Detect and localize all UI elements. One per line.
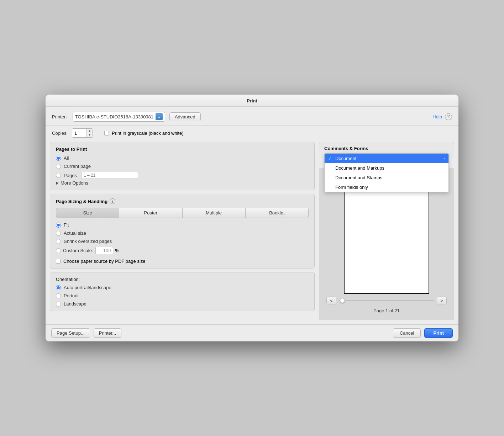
page-sizing-section: Page Sizing & Handling i Size Poster Mul… bbox=[50, 194, 315, 268]
custom-scale-unit: % bbox=[115, 248, 120, 253]
help-circle-icon[interactable]: ? bbox=[445, 113, 452, 120]
copies-stepper: ▲ ▼ bbox=[86, 129, 93, 137]
custom-scale-input[interactable] bbox=[95, 247, 113, 254]
radio-portrait-label: Portrait bbox=[64, 293, 79, 298]
custom-scale-label: Custom Scale: bbox=[63, 248, 93, 253]
pages-to-print-title: Pages to Print bbox=[56, 147, 309, 152]
more-options-triangle-icon bbox=[56, 181, 58, 185]
copies-label: Copies: bbox=[52, 131, 68, 136]
left-panel: Pages to Print All Current page Pages bbox=[50, 142, 315, 320]
next-page-button[interactable]: > bbox=[437, 297, 447, 304]
radio-actual-size-input[interactable] bbox=[56, 231, 61, 236]
bottom-bar: Page Setup... Printer... Cancel Print bbox=[46, 324, 458, 341]
radio-shrink[interactable]: Shrink oversized pages bbox=[56, 239, 309, 244]
radio-custom-scale-input[interactable] bbox=[56, 248, 61, 253]
dropdown-item-stamps[interactable]: Document and Stamps bbox=[325, 173, 448, 182]
radio-fit-input[interactable] bbox=[56, 223, 61, 228]
orientation-title: Orientation: bbox=[56, 277, 80, 282]
radio-current-page-input[interactable] bbox=[56, 164, 61, 169]
copies-input[interactable] bbox=[72, 129, 86, 137]
advanced-button[interactable]: Advanced bbox=[169, 112, 201, 121]
main-content: Pages to Print All Current page Pages bbox=[46, 142, 458, 324]
radio-shrink-input[interactable] bbox=[56, 239, 61, 244]
dialog-title: Print bbox=[247, 98, 257, 103]
dropdown-item-document[interactable]: ✓ Document › bbox=[325, 154, 448, 163]
choose-paper-label: Choose paper source by PDF page size bbox=[63, 259, 146, 264]
right-panel: Comments & Forms ✓ Document › Document a… bbox=[319, 142, 454, 320]
slider-thumb bbox=[340, 298, 345, 303]
page-sizing-tabs: Size Poster Multiple Booklet bbox=[56, 208, 309, 218]
nav-row: < > bbox=[323, 294, 450, 307]
radio-fit[interactable]: Fit bbox=[56, 222, 309, 228]
page-sizing-header: Page Sizing & Handling i bbox=[56, 198, 309, 204]
radio-pages-label: Pages bbox=[64, 173, 77, 178]
grayscale-checkbox[interactable] bbox=[104, 131, 109, 135]
radio-portrait-input[interactable] bbox=[56, 293, 61, 298]
cancel-button[interactable]: Cancel bbox=[393, 328, 421, 338]
comments-forms-label: Comments & Forms bbox=[324, 146, 449, 151]
page-indicator: Page 1 of 21 bbox=[373, 307, 400, 316]
tab-size[interactable]: Size bbox=[56, 208, 119, 218]
printer-select[interactable]: TOSHIBA e-STUDIO3518A-13390981 bbox=[73, 112, 165, 122]
help-section: Help ? bbox=[432, 113, 452, 120]
title-bar: Print bbox=[46, 95, 458, 107]
pages-radio-group: All Current page Pages bbox=[56, 155, 309, 179]
pages-range-input[interactable] bbox=[81, 172, 138, 179]
radio-all-input[interactable] bbox=[56, 156, 61, 161]
print-button[interactable]: Print bbox=[424, 328, 453, 338]
paper-preview bbox=[344, 180, 429, 294]
sizing-radio-group: Fit Actual size Shrink oversized pages C… bbox=[56, 222, 309, 264]
orientation-radio-group: Auto portrait/landscape Portrait Landsca… bbox=[56, 285, 309, 307]
radio-current-page-label: Current page bbox=[64, 164, 91, 169]
radio-actual-size[interactable]: Actual size bbox=[56, 230, 309, 236]
radio-landscape-input[interactable] bbox=[56, 302, 61, 307]
bottom-left-buttons: Page Setup... Printer... bbox=[51, 328, 121, 338]
printer-chevron-icon bbox=[156, 113, 163, 120]
page-slider[interactable] bbox=[339, 300, 434, 301]
printer-value: TOSHIBA e-STUDIO3518A-13390981 bbox=[75, 114, 154, 119]
pages-to-print-section: Pages to Print All Current page Pages bbox=[50, 142, 315, 190]
copies-input-wrap: ▲ ▼ bbox=[72, 128, 93, 138]
grayscale-row: Print in grayscale (black and white) bbox=[104, 131, 184, 136]
radio-all[interactable]: All bbox=[56, 155, 309, 161]
tab-poster[interactable]: Poster bbox=[119, 208, 182, 218]
tab-multiple[interactable]: Multiple bbox=[183, 208, 246, 218]
printer-button[interactable]: Printer... bbox=[94, 328, 121, 338]
choose-paper-checkbox[interactable] bbox=[56, 259, 61, 264]
dropdown-item-markups[interactable]: Document and Markups bbox=[325, 163, 448, 173]
radio-fit-label: Fit bbox=[64, 222, 69, 228]
radio-pages-input[interactable] bbox=[56, 173, 61, 178]
help-link[interactable]: Help bbox=[432, 114, 442, 119]
info-icon[interactable]: i bbox=[110, 198, 115, 204]
check-mark-icon: ✓ bbox=[328, 156, 333, 161]
printer-section: Printer: TOSHIBA e-STUDIO3518A-13390981 … bbox=[46, 107, 458, 126]
page-setup-button[interactable]: Page Setup... bbox=[51, 328, 90, 338]
dropdown-item-form-fields[interactable]: Form fields only bbox=[325, 182, 448, 192]
radio-pages[interactable]: Pages bbox=[56, 172, 309, 179]
more-options-label: More Options bbox=[61, 180, 88, 186]
dropdown-item-stamps-label: Document and Stamps bbox=[335, 175, 382, 180]
grayscale-label: Print in grayscale (black and white) bbox=[112, 131, 184, 136]
printer-label: Printer: bbox=[52, 114, 67, 119]
copies-decrement-button[interactable]: ▼ bbox=[87, 133, 93, 137]
page-sizing-title: Page Sizing & Handling bbox=[56, 199, 107, 204]
copies-increment-button[interactable]: ▲ bbox=[87, 129, 93, 133]
radio-auto[interactable]: Auto portrait/landscape bbox=[56, 285, 309, 290]
radio-current-page[interactable]: Current page bbox=[56, 164, 309, 169]
radio-auto-input[interactable] bbox=[56, 285, 61, 290]
radio-shrink-label: Shrink oversized pages bbox=[64, 239, 112, 244]
radio-portrait[interactable]: Portrait bbox=[56, 293, 309, 298]
radio-custom-scale[interactable]: Custom Scale: % bbox=[56, 247, 309, 254]
choose-paper-item[interactable]: Choose paper source by PDF page size bbox=[56, 259, 309, 264]
arrow-right-icon: › bbox=[444, 156, 445, 160]
dropdown-item-document-label: Document bbox=[335, 156, 356, 161]
comments-forms-section: Comments & Forms ✓ Document › Document a… bbox=[319, 142, 454, 157]
prev-page-button[interactable]: < bbox=[326, 297, 336, 304]
dropdown-item-form-fields-label: Form fields only bbox=[335, 185, 368, 190]
more-options-row[interactable]: More Options bbox=[56, 180, 309, 186]
tab-booklet[interactable]: Booklet bbox=[246, 208, 309, 218]
copies-row: Copies: ▲ ▼ Print in grayscale (black an… bbox=[46, 126, 458, 142]
radio-landscape[interactable]: Landscape bbox=[56, 301, 309, 307]
radio-auto-label: Auto portrait/landscape bbox=[64, 285, 111, 290]
orientation-section: Orientation: Auto portrait/landscape Por… bbox=[50, 272, 315, 311]
